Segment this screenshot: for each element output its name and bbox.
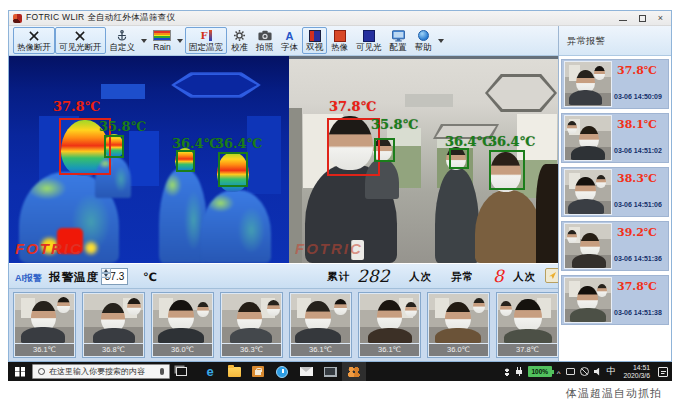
snapshot-card[interactable]: 36.8℃ (82, 292, 145, 358)
clock-app-icon (276, 366, 288, 378)
maximize-button[interactable] (639, 15, 646, 22)
toolbar-button-config[interactable]: 配置 (386, 27, 411, 54)
toolbar-button-palette[interactable]: Rain (149, 27, 175, 54)
status-bar: AI报警 报警温度 37.3 ℃ 累计 282 人次 异常 8 人次 (9, 263, 558, 289)
total-label: 累计 (327, 270, 350, 284)
alarm-temp-spinner: 37.3 (101, 268, 138, 285)
dropdown-arrow-icon[interactable] (177, 39, 183, 43)
snapshot-temp: 36.0℃ (429, 344, 488, 356)
toolbar-button-calibrate[interactable]: 校准 (227, 27, 252, 54)
alarm-temp: 38.1℃ (617, 118, 657, 131)
people-tray-icon[interactable] (503, 368, 511, 376)
store-button[interactable] (246, 362, 270, 381)
snapshot-card[interactable]: 36.0℃ (151, 292, 214, 358)
task-view-icon (176, 367, 187, 376)
microphone-icon[interactable] (160, 368, 164, 375)
snapshot-card[interactable]: 36.3℃ (220, 292, 283, 358)
calibrate-gear-icon (233, 29, 246, 42)
toolbar-button-thermal-disconnect[interactable]: 热像断开 (13, 27, 55, 54)
pc-app-button[interactable] (318, 362, 342, 381)
toolbar-button-custom[interactable]: 自定义 (106, 27, 140, 54)
thermal-image: 37.8℃ 35.8℃ 36.4℃ 36.4℃ FOTRIC (9, 56, 289, 263)
snapshot-photo (429, 294, 488, 343)
windows-logo-icon (15, 367, 25, 377)
visible-image: 37.8℃ 35.8℃ 36.4℃ 36.4℃ FOTRIC (289, 56, 558, 263)
config-monitor-icon (392, 29, 405, 42)
people-app-button[interactable] (342, 362, 366, 381)
snapshot-card[interactable]: 36.1℃ (289, 292, 352, 358)
edge-button[interactable]: e (198, 362, 222, 381)
reset-icon (549, 272, 556, 279)
toolbar-button-help[interactable]: 帮助 (411, 27, 436, 54)
left-column: 热像断开 可见光断开 自定义 Rain F 固定温宽 校准 (9, 26, 558, 361)
snapshot-temp: 37.8℃ (498, 344, 557, 356)
action-center-icon[interactable] (658, 367, 668, 377)
toolbar-button-visible-view[interactable]: 可见光 (352, 27, 386, 54)
volume-icon[interactable] (594, 368, 602, 376)
toolbar-button-visible-disconnect[interactable]: 可见光断开 (55, 27, 106, 54)
tray-time: 14:51 (624, 364, 650, 372)
temperature-label: 37.8℃ (53, 100, 100, 114)
toolbar-button-thermal-view[interactable]: 热像 (327, 27, 352, 54)
search-box[interactable]: 在这里输入你要搜索的内容 (32, 364, 170, 379)
toolbar: 热像断开 可见光断开 自定义 Rain F 固定温宽 校准 (9, 26, 558, 56)
people-app-icon (347, 366, 361, 377)
alarm-entry[interactable]: 39.2℃ 03-06 14:51:36 (561, 221, 669, 271)
start-button[interactable] (8, 362, 32, 381)
snapshot-temp: 36.1℃ (291, 344, 350, 356)
file-explorer-button[interactable] (222, 362, 246, 381)
power-plug-icon[interactable] (516, 367, 523, 376)
snapshot-card[interactable]: 36.1℃ (13, 292, 76, 358)
alarm-photo (565, 278, 611, 322)
snapshot-photo (153, 294, 212, 343)
alarm-time: 03-06 14:50:09 (614, 93, 662, 100)
close-button[interactable]: × (658, 14, 663, 23)
person-figure (201, 190, 271, 263)
maximize-icon (639, 15, 646, 22)
alarm-photo (565, 62, 611, 106)
toolbar-button-fixed-span[interactable]: F 固定温宽 (185, 27, 227, 54)
network-icon[interactable] (580, 367, 589, 376)
dropdown-arrow-icon[interactable] (141, 39, 147, 43)
abnormal-count: 8 (493, 266, 504, 286)
face-bounding-box (449, 148, 469, 169)
alarm-entry[interactable]: 38.1℃ 03-06 14:51:02 (561, 113, 669, 163)
touchpad-icon[interactable] (566, 368, 575, 375)
alarm-panel: 异常报警 37.8℃ 03-06 14:50:09 38.1℃ 03-06 14… (558, 26, 671, 361)
alarm-entry[interactable]: 37.8℃ 03-06 14:50:09 (561, 59, 669, 109)
abnormal-unit: 人次 (513, 270, 536, 284)
alarm-temp-label: 报警温度 (49, 270, 99, 285)
app-icon (13, 14, 22, 23)
alarm-temp: 38.3℃ (617, 172, 657, 185)
clock-tray[interactable]: 14:51 2020/3/6 (621, 364, 653, 379)
alarm-entry[interactable]: 37.8℃ 03-06 14:51:38 (561, 275, 669, 325)
camera-icon (258, 29, 272, 42)
minimize-button[interactable] (619, 15, 627, 22)
snapshot-temp: 36.3℃ (222, 344, 281, 356)
clock-app-button[interactable] (270, 362, 294, 381)
snapshot-card[interactable]: 37.8℃ (496, 292, 559, 358)
snapshot-card[interactable]: 36.1℃ (358, 292, 421, 358)
alarm-panel-title: 异常报警 (559, 26, 671, 56)
face-bounding-box (374, 138, 395, 162)
task-view-button[interactable] (170, 367, 192, 376)
dropdown-arrow-icon[interactable] (438, 39, 444, 43)
snapshot-temp: 36.8℃ (84, 344, 143, 356)
toolbar-button-snapshot[interactable]: 拍照 (252, 27, 277, 54)
alarm-entry[interactable]: 38.3℃ 03-06 14:51:06 (561, 167, 669, 217)
mail-button[interactable] (294, 362, 318, 381)
hidden-icons-chevron[interactable]: ^ (557, 367, 561, 377)
battery-indicator[interactable]: 100% (528, 366, 552, 377)
ime-indicator[interactable]: 中 (607, 365, 616, 378)
toolbar-button-dual-view[interactable]: 双视 (302, 27, 327, 54)
temperature-label: 36.4℃ (172, 137, 219, 151)
spinner-down-button[interactable] (101, 273, 111, 278)
abnormal-label: 异常 (451, 270, 474, 284)
thermal-view-icon (334, 29, 346, 42)
temperature-label: 36.4℃ (445, 135, 492, 149)
toolbar-button-font[interactable]: A 字体 (277, 27, 302, 54)
window-title: FOTRIC WLIR 全自动红外体温筛查仪 (26, 12, 175, 24)
alarm-time: 03-06 14:51:06 (614, 201, 662, 208)
total-unit: 人次 (409, 270, 432, 284)
snapshot-card[interactable]: 36.0℃ (427, 292, 490, 358)
